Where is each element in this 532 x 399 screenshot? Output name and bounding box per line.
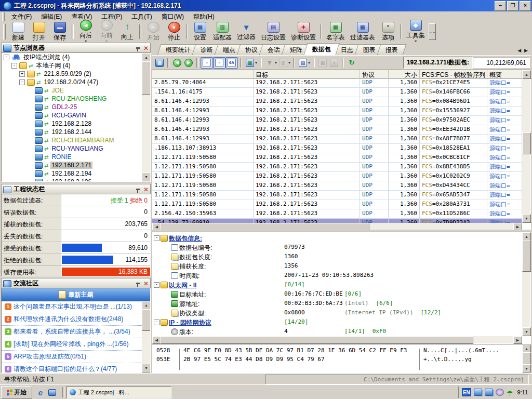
table-row[interactable]: 8.61.146.4:12993192.168.2.171:5623UDP1,3… — [152, 135, 522, 144]
previous-packet-icon[interactable]: ◀ — [171, 58, 183, 68]
tree-node[interactable]: ⇄192.168.2.171 — [2, 161, 142, 169]
tree-toggle-icon[interactable]: - — [154, 282, 159, 288]
table-row[interactable]: .54.139.73:60910192.168.2.171:5623UDP1,3… — [152, 219, 522, 223]
tree-node[interactable]: ⇄RCU-ZHAOSHENG — [2, 95, 142, 103]
table-row[interactable]: 1.12.171.119:50580192.168.2.171:5623UDP1… — [152, 181, 522, 191]
antivirus-umbrella-icon[interactable]: ☂ — [507, 389, 513, 395]
scroll-up-icon[interactable]: ▲ — [142, 53, 151, 62]
tab-7[interactable]: 数据包 — [303, 43, 339, 55]
tab-scroll-right-icon[interactable]: ▶ — [524, 48, 528, 53]
tree-node[interactable]: ⇄192.168.2.128 — [2, 119, 142, 128]
table-row[interactable]: 1.12.171.119:50580192.168.2.171:5623UDP1… — [152, 172, 522, 181]
pin-icon[interactable] — [136, 283, 140, 284]
show-desktop-icon[interactable] — [48, 388, 56, 396]
export-packets-icon[interactable]: ▥ — [277, 58, 289, 68]
close-icon[interactable]: ✕ — [143, 187, 149, 192]
scroll-up-icon[interactable]: ▲ — [142, 301, 151, 310]
column-header[interactable]: 概要 — [487, 70, 522, 78]
tree-toggle-icon[interactable]: - — [154, 235, 159, 241]
packet-decode-pane-toggle[interactable]: ≡ — [213, 57, 225, 69]
toolbar-button-up[interactable]: ↑向上 — [117, 22, 138, 42]
packet-table-vscrollbar[interactable]: ▲ ▼ — [522, 70, 530, 223]
hex-row[interactable]: 053E2B 97 E5 5C 74 E3 44 D8 D9 D9 95 C4 … — [152, 356, 522, 365]
tree-toggle-icon[interactable]: - — [11, 63, 17, 69]
toolbar-button-adapter[interactable]: ▥适配器 — [210, 21, 234, 43]
scroll-left-icon[interactable]: ◀ — [152, 336, 161, 344]
toolbar-button-options[interactable]: *选项 — [378, 21, 398, 43]
toolbar-button-funnel[interactable]: ▼过滤器 — [234, 22, 258, 42]
network-tray-icon[interactable] — [474, 389, 482, 396]
toolbar-button-toolset[interactable]: ◆工具集▾ — [404, 19, 428, 44]
scroll-down-icon[interactable]: ▼ — [142, 172, 151, 181]
column-header[interactable]: 目标 — [254, 70, 360, 78]
decode-vscrollbar[interactable]: ▲ ▼ — [522, 232, 530, 336]
tree-node[interactable]: ⇄GDL2-25 — [2, 103, 142, 111]
decode-row[interactable]: 目标地址:00:16:76:7C:ED:BE[0/6] — [152, 289, 522, 299]
dropdown-arrow-icon[interactable]: ▾ — [255, 60, 257, 65]
toolbar-button-folder-open[interactable]: 打开 — [29, 21, 49, 43]
hex-pane-toggle[interactable]: 6A — [225, 57, 238, 69]
hex-scrollbar[interactable]: ▲ ▼ — [522, 344, 530, 373]
toolbar-button-settings[interactable]: ▦设置 — [190, 21, 210, 43]
taskbar-task-button[interactable]: 工程 2.cscproj - 科... — [66, 386, 171, 398]
community-scrollbar[interactable]: ▲ ▼ — [142, 301, 150, 373]
community-topic[interactable]: 6请教这个目标端口指的是什么？(4/77) — [2, 363, 142, 373]
network-tray-icon[interactable] — [485, 389, 493, 396]
table-row[interactable]: 1.12.171.119:50580192.168.2.171:5623UDP1… — [152, 153, 522, 163]
tree-node[interactable]: ⇄192.168.2.196 — [2, 178, 142, 181]
tab-scroll-left-icon[interactable]: ◀ — [517, 48, 521, 53]
scroll-up-icon[interactable]: ▲ — [522, 70, 531, 79]
community-topic[interactable]: 1这个问题老是不定事出现,不明白是 ...(1/13) — [2, 301, 142, 313]
next-packet-icon[interactable]: ▶ — [183, 58, 194, 68]
toolbar-button-start[interactable]: ▶开始 — [143, 21, 164, 43]
scroll-up-icon[interactable]: ▲ — [522, 344, 531, 353]
column-header[interactable]: 协议 — [360, 70, 389, 78]
decode-row[interactable]: 协议类型:0x0800(Internet IP (IPv4))[12/2] — [152, 308, 522, 317]
decode-row[interactable]: 捕获长度:1356 — [152, 261, 522, 271]
toolbar-overflow-button[interactable]: ⌄⌄ — [429, 23, 436, 40]
tree-toggle-icon[interactable]: - — [154, 320, 159, 325]
make-filter-icon[interactable]: ▦ — [317, 58, 328, 68]
packet-list-pane-toggle[interactable]: ≡ — [201, 57, 213, 69]
tree-node[interactable]: -⇄192.168.2.0/24 (47) — [2, 78, 142, 86]
tree-node[interactable]: ⇄192.168.2.144 — [2, 128, 142, 136]
node-tree-scrollbar[interactable]: ▲ ▼ — [142, 53, 150, 181]
decode-row[interactable]: 版本:4[14/1]0xF0 — [152, 327, 522, 336]
decode-row[interactable]: 数据包编号:079973 — [152, 243, 522, 252]
scroll-down-icon[interactable]: ▼ — [522, 364, 531, 373]
scroll-right-icon[interactable]: ▶ — [513, 336, 522, 344]
ie-quicklaunch-icon[interactable]: e — [36, 388, 45, 396]
filter-icon[interactable]: ▼ — [264, 58, 275, 68]
table-row[interactable]: .154.1.16:4175192.168.2.171:5623UDP1,360… — [152, 88, 522, 97]
scrollbar-thumb[interactable] — [522, 132, 531, 154]
table-row[interactable]: 1.12.171.119:50580192.168.2.171:5623UDP1… — [152, 163, 522, 172]
decode-row[interactable]: 源地址:00:02:B3:3D:6A:73(Intel)[6/6] — [152, 299, 522, 308]
table-row[interactable]: 8.61.146.4:12993192.168.2.171:5623UDP1,3… — [152, 107, 522, 116]
menu-grip[interactable] — [2, 12, 5, 21]
start-button[interactable]: 开始 — [1, 386, 32, 398]
toolbar-button-back[interactable]: ◀向后▾ — [75, 19, 96, 44]
tree-node[interactable]: -按IP端点浏览 (4) — [2, 53, 142, 61]
column-header[interactable]: 大小 — [389, 70, 420, 78]
scrollbar-thumb[interactable] — [142, 309, 151, 331]
close-button[interactable]: × — [520, 1, 531, 11]
decode-row[interactable]: 数据包长度:1360 — [152, 252, 522, 261]
toolbar-button-filter-table[interactable]: ▦过滤器表 — [348, 21, 378, 43]
refresh-icon[interactable]: ↻ — [346, 58, 357, 68]
tree-node[interactable]: ⇄RCU-YANGLIANG — [2, 144, 142, 153]
table-row[interactable]: 8.61.146.4:12993192.168.2.171:5623UDP1,3… — [152, 97, 522, 107]
table-row[interactable]: 1.12.171.119:50580192.168.2.171:5623UDP1… — [152, 191, 522, 200]
scrollbar-thumb[interactable] — [522, 352, 531, 365]
tab-10[interactable]: 报表 — [377, 44, 407, 55]
lock-icon[interactable]: ▪ — [328, 58, 340, 68]
tree-node[interactable]: ⇄192.168.2.194 — [2, 169, 142, 178]
scroll-down-icon[interactable]: ▼ — [522, 327, 531, 336]
tree-node[interactable]: +⇄221.8.59.0/29 (2) — [2, 70, 142, 78]
restore-button[interactable]: ❐ — [507, 1, 518, 11]
sound-tray-icon[interactable] — [496, 389, 504, 396]
toolbar-button-log-settings[interactable]: ▤日志设置 — [258, 21, 288, 43]
scroll-down-icon[interactable]: ▼ — [142, 364, 151, 373]
toolbar-button-doc-new[interactable]: 新建 — [8, 21, 29, 43]
decode-hscrollbar[interactable]: ◀ ▶ — [152, 336, 522, 343]
tree-node[interactable]: -⇄本地子网 (4) — [2, 61, 142, 70]
